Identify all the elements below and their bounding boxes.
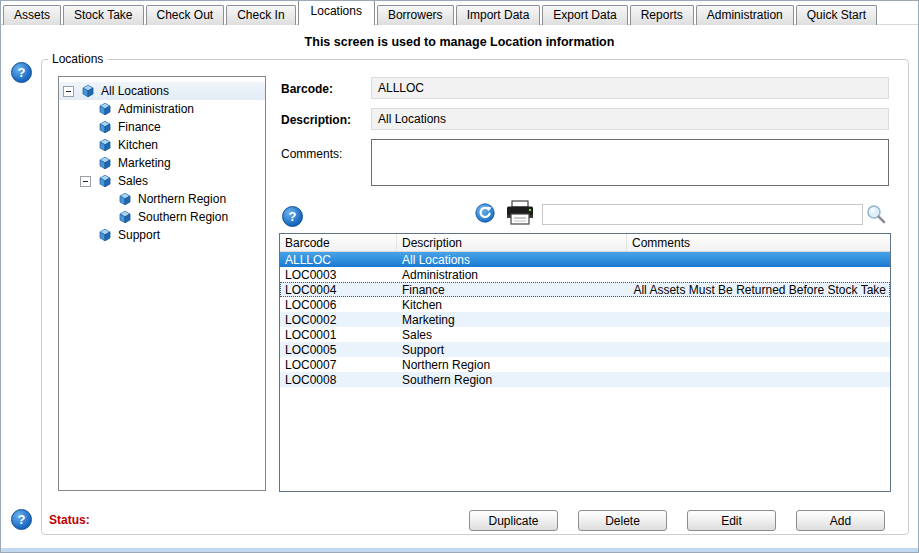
cell-barcode: LOC0005 (280, 343, 397, 357)
tree-item-label: Finance (118, 120, 161, 134)
tree-item-northern-region[interactable]: Northern Region (59, 190, 265, 208)
tree-indent (63, 235, 97, 236)
description-label: Description: (281, 113, 351, 127)
collapse-minus-icon[interactable] (80, 176, 91, 187)
tree-item-label: Administration (118, 102, 194, 116)
cell-description: Southern Region (397, 373, 627, 387)
tree-item-label: All Locations (101, 84, 169, 98)
location-cube-icon (80, 83, 96, 99)
tree-indent (63, 199, 117, 200)
help-icon-glyph: ? (18, 512, 26, 527)
location-cube-icon (117, 209, 133, 225)
cell-barcode: ALLLOC (280, 253, 397, 267)
tab-borrowers[interactable]: Borrowers (377, 5, 454, 25)
location-cube-icon (97, 173, 113, 189)
add-button[interactable]: Add (796, 510, 885, 531)
tree-item-marketing[interactable]: Marketing (59, 154, 265, 172)
cell-barcode: LOC0007 (280, 358, 397, 372)
tab-quick-start[interactable]: Quick Start (796, 5, 877, 25)
tree-item-finance[interactable]: Finance (59, 118, 265, 136)
cell-description: Marketing (397, 313, 627, 327)
table-body: ALLLOCAll LocationsLOC0003Administration… (280, 252, 890, 387)
location-cube-icon (97, 119, 113, 135)
tree-item-label: Northern Region (138, 192, 226, 206)
help-icon-glyph: ? (289, 209, 297, 224)
table-row-loc0003[interactable]: LOC0003Administration (280, 267, 890, 282)
tab-assets[interactable]: Assets (3, 5, 61, 25)
tree-indent (63, 109, 97, 110)
status-label: Status: (49, 513, 90, 527)
tree-indent (63, 163, 97, 164)
search-magnifier-icon[interactable] (864, 202, 888, 226)
description-value: All Locations (378, 112, 446, 126)
search-input[interactable] (542, 204, 863, 225)
tab-stock-take[interactable]: Stock Take (63, 5, 143, 25)
app-window: AssetsStock TakeCheck OutCheck InLocatio… (0, 0, 919, 553)
help-icon[interactable]: ? (282, 206, 303, 227)
tree-item-administration[interactable]: Administration (59, 100, 265, 118)
delete-button[interactable]: Delete (578, 510, 667, 531)
tree-item-all-locations[interactable]: All Locations (59, 82, 265, 100)
location-cube-icon (97, 101, 113, 117)
help-icon-glyph: ? (18, 65, 26, 80)
tree-item-southern-region[interactable]: Southern Region (59, 208, 265, 226)
cell-description: Sales (397, 328, 627, 342)
column-header-description[interactable]: Description (397, 234, 627, 251)
tree-item-label: Kitchen (118, 138, 158, 152)
cell-description: Administration (397, 268, 627, 282)
tab-reports[interactable]: Reports (630, 5, 694, 25)
cell-description: Northern Region (397, 358, 627, 372)
tree-item-label: Southern Region (138, 210, 228, 224)
cell-barcode: LOC0002 (280, 313, 397, 327)
tab-check-in[interactable]: Check In (226, 5, 295, 25)
tab-export-data[interactable]: Export Data (542, 5, 627, 25)
table-row-loc0008[interactable]: LOC0008Southern Region (280, 372, 890, 387)
cell-description: Kitchen (397, 298, 627, 312)
screen-instruction: This screen is used to manage Location i… (1, 35, 918, 49)
table-header-row: BarcodeDescriptionComments (280, 234, 890, 252)
table-row-loc0001[interactable]: LOC0001Sales (280, 327, 890, 342)
printer-icon[interactable] (504, 200, 536, 227)
tree-item-sales[interactable]: Sales (59, 172, 265, 190)
table-row-loc0007[interactable]: LOC0007Northern Region (280, 357, 890, 372)
tab-locations[interactable]: Locations (298, 0, 375, 25)
comments-field[interactable] (371, 139, 889, 186)
help-icon[interactable]: ? (11, 509, 32, 530)
tab-check-out[interactable]: Check Out (146, 5, 225, 25)
barcode-value: ALLLOC (378, 81, 424, 95)
column-header-barcode[interactable]: Barcode (280, 234, 397, 251)
cell-description: Finance (397, 283, 627, 297)
barcode-field[interactable]: ALLLOC (371, 77, 889, 99)
tab-import-data[interactable]: Import Data (456, 5, 541, 25)
cell-barcode: LOC0001 (280, 328, 397, 342)
refresh-icon[interactable] (475, 203, 495, 223)
table-row-loc0005[interactable]: LOC0005Support (280, 342, 890, 357)
duplicate-button[interactable]: Duplicate (469, 510, 558, 531)
tree-indent (63, 145, 97, 146)
tab-administration[interactable]: Administration (696, 5, 794, 25)
locations-tree: All LocationsAdministrationFinanceKitche… (58, 76, 266, 491)
location-cube-icon (97, 227, 113, 243)
table-row-loc0002[interactable]: LOC0002Marketing (280, 312, 890, 327)
help-icon[interactable]: ? (11, 62, 32, 83)
tab-strip: AssetsStock TakeCheck OutCheck InLocatio… (3, 1, 918, 25)
collapse-minus-icon[interactable] (63, 86, 74, 97)
cell-description: Support (397, 343, 627, 357)
edit-button[interactable]: Edit (687, 510, 776, 531)
tree-item-support[interactable]: Support (59, 226, 265, 244)
column-header-comments[interactable]: Comments (627, 234, 890, 251)
table-row-allloc[interactable]: ALLLOCAll Locations (280, 252, 890, 267)
barcode-label: Barcode: (281, 82, 333, 96)
cell-comments: All Assets Must Be Returned Before Stock… (627, 283, 890, 297)
locations-groupbox-label: Locations (48, 52, 107, 66)
window-bottom-edge (1, 548, 918, 552)
table-row-loc0004[interactable]: LOC0004FinanceAll Assets Must Be Returne… (280, 282, 890, 297)
comments-label: Comments: (281, 147, 342, 161)
cell-barcode: LOC0003 (280, 268, 397, 282)
description-field[interactable]: All Locations (371, 108, 889, 130)
table-row-loc0006[interactable]: LOC0006Kitchen (280, 297, 890, 312)
location-cube-icon (117, 191, 133, 207)
location-cube-icon (97, 155, 113, 171)
tree-item-label: Marketing (118, 156, 171, 170)
tree-item-kitchen[interactable]: Kitchen (59, 136, 265, 154)
